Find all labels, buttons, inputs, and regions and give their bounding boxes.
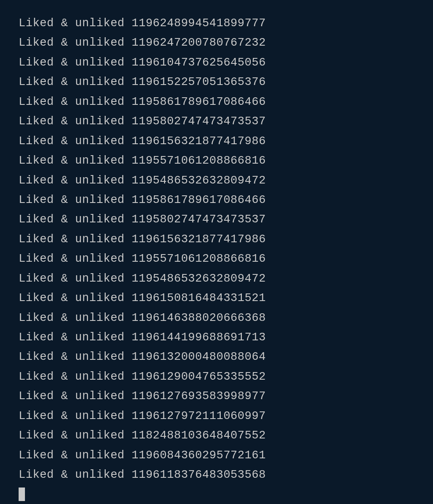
terminal-line: Liked & unliked 1196150816484331521 — [19, 288, 433, 308]
terminal-line: Liked & unliked 1196247200780767232 — [19, 33, 433, 52]
terminal-line: Liked & unliked 1195571061208866816 — [19, 249, 433, 268]
terminal-line: Liked & unliked 1195486532632809472 — [19, 269, 433, 288]
terminal-line: Liked & unliked 1196127693583998977 — [19, 386, 433, 406]
terminal-line: Liked & unliked 1195571061208866816 — [19, 151, 433, 170]
terminal-cursor — [19, 488, 25, 501]
terminal-line: Liked & unliked 1196118376483053568 — [19, 465, 433, 485]
terminal-output: Liked & unliked 1196248994541899777Liked… — [19, 14, 433, 485]
terminal-line: Liked & unliked 1196084360295772161 — [19, 446, 433, 465]
terminal-line: Liked & unliked 1195861789617086466 — [19, 92, 433, 112]
terminal-line: Liked & unliked 1196146388020666368 — [19, 308, 433, 328]
terminal-line: Liked & unliked 1196152257051365376 — [19, 72, 433, 92]
terminal-line: Liked & unliked 1195802747473473537 — [19, 210, 433, 229]
terminal-line: Liked & unliked 1195486532632809472 — [19, 171, 433, 190]
terminal-line: Liked & unliked 1182488103648407552 — [19, 426, 433, 445]
terminal-line: Liked & unliked 1196144199688691713 — [19, 328, 433, 347]
terminal-line: Liked & unliked 1195861789617086466 — [19, 190, 433, 210]
terminal-line: Liked & unliked 1196156321877417986 — [19, 230, 433, 249]
terminal-line: Liked & unliked 1196132000480088064 — [19, 347, 433, 367]
terminal-line: Liked & unliked 1196104737625645056 — [19, 53, 433, 72]
terminal-line: Liked & unliked 1196129004765335552 — [19, 367, 433, 386]
terminal-line: Liked & unliked 1196248994541899777 — [19, 14, 433, 33]
terminal-line: Liked & unliked 1196127972111060997 — [19, 406, 433, 426]
terminal-line: Liked & unliked 1195802747473473537 — [19, 112, 433, 131]
terminal-line: Liked & unliked 1196156321877417986 — [19, 131, 433, 151]
